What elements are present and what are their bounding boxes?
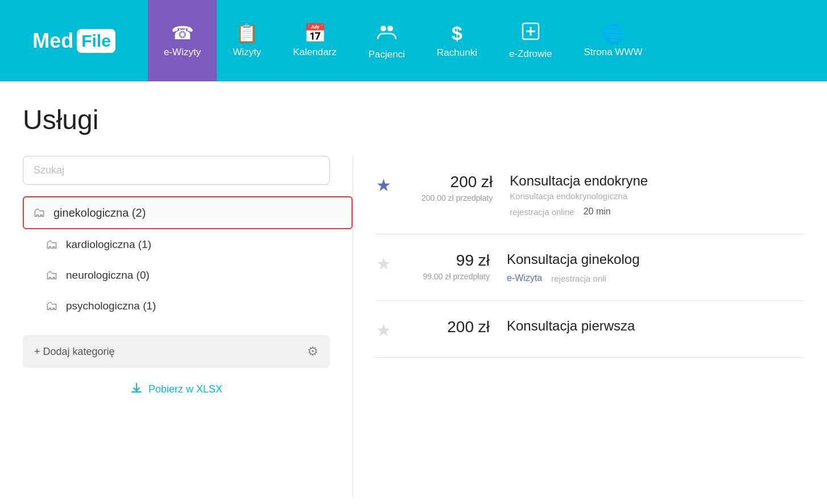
folder-icon: 🗂: [46, 268, 58, 283]
category-label-ginekologiczna: ginekologiczna (2): [53, 206, 146, 220]
nav-item-pacjenci[interactable]: Pacjenci: [353, 0, 421, 81]
category-item-kardiologiczna[interactable]: 🗂 kardiologiczna (1): [23, 229, 353, 260]
service-desc-1: Konsultacja endokrynologiczna: [510, 191, 804, 201]
nav-item-rachunki[interactable]: $ Rachunki: [421, 0, 493, 81]
price-main-1: 200 zł: [421, 173, 493, 191]
category-list: 🗂 ginekologiczna (2) 🗂 kardiologiczna (1…: [23, 196, 353, 321]
price-col-3: 200 zł: [421, 318, 490, 336]
nav-item-e-zdrowie[interactable]: e-Zdrowie: [493, 0, 568, 81]
service-card-3: ★ 200 zł Konsultacja pierwsza: [376, 301, 804, 358]
nav-label-pacjenci: Pacjenci: [369, 49, 405, 60]
star-icon-1[interactable]: ★: [376, 175, 391, 195]
service-tags-1: rejestracja online 20 min: [510, 206, 804, 217]
people-icon: [377, 21, 397, 44]
service-info-2: Konsultacja ginekolog e-Wizyta rejestrac…: [507, 251, 804, 283]
add-category-button[interactable]: + Dodaj kategorię: [34, 346, 115, 358]
price-sub-1: 200.00 zł przedpłaty: [421, 193, 493, 203]
search-wrap: [23, 156, 353, 185]
nav-label-rachunki: Rachunki: [437, 47, 477, 59]
download-label: Pobierz w XLSX: [148, 383, 222, 395]
right-panel: ★ 200 zł 200.00 zł przedpłaty Konsultacj…: [353, 156, 804, 497]
category-item-neurologiczna[interactable]: 🗂 neurologiczna (0): [23, 260, 353, 291]
service-card-1: ★ 200 zł 200.00 zł przedpłaty Konsultacj…: [376, 156, 804, 234]
price-sub-2: 99.00 zł przedpłaty: [421, 272, 490, 281]
tag-time-1: 20 min: [584, 206, 611, 217]
star-col-2: ★: [376, 251, 404, 274]
nav-label-wizyty: Wizyty: [233, 47, 261, 58]
calendar-icon: 📅: [304, 24, 326, 42]
category-label-kardiologiczna: kardiologiczna (1): [66, 238, 151, 251]
folder-icon: 🗂: [46, 299, 58, 313]
star-col-3: ★: [376, 318, 404, 340]
star-col-1: ★: [376, 173, 404, 195]
tag-ewizyta-2: e-Wizyta: [507, 273, 542, 283]
header: Med File ☎ e-Wizyty 📋 Wizyty 📅 Kalendarz: [0, 0, 827, 81]
service-name-2: Konsultacja ginekolog: [507, 251, 804, 267]
tag-reg-1: rejestracja online: [510, 207, 574, 217]
service-card-2: ★ 99 zł 99.00 zł przedpłaty Konsultacja …: [376, 234, 804, 301]
category-label-neurologiczna: neurologiczna (0): [66, 269, 150, 282]
price-main-3: 200 zł: [421, 318, 490, 336]
service-name-1: Konsultacja endokryne: [510, 173, 804, 189]
logo-box: File: [77, 29, 115, 53]
nav-item-e-wizyty[interactable]: ☎ e-Wizyty: [148, 0, 217, 81]
price-col-1: 200 zł 200.00 zł przedpłaty: [421, 173, 493, 203]
main-content: Usługi 🗂 ginekologiczna (2) 🗂 kardiologi…: [0, 81, 827, 504]
clipboard-icon: 📋: [235, 24, 258, 42]
logo-med: Med: [32, 29, 73, 53]
svg-point-0: [381, 26, 386, 31]
logo-area: Med File: [0, 0, 148, 81]
phone-icon: ☎: [171, 24, 194, 42]
gear-icon[interactable]: ⚙: [307, 344, 319, 359]
logo-file: File: [81, 31, 111, 51]
download-xlsx-link[interactable]: Pobierz w XLSX: [23, 382, 330, 397]
star-icon-2[interactable]: ★: [376, 254, 391, 274]
price-main-2: 99 zł: [421, 251, 490, 270]
category-item-psychologiczna[interactable]: 🗂 psychologiczna (1): [23, 291, 353, 321]
content-layout: 🗂 ginekologiczna (2) 🗂 kardiologiczna (1…: [23, 156, 804, 497]
service-name-3: Konsultacja pierwsza: [507, 318, 804, 334]
add-category-bar: + Dodaj kategorię ⚙: [23, 335, 330, 368]
app-logo: Med File: [32, 29, 115, 53]
category-item-ginekologiczna[interactable]: 🗂 ginekologiczna (2): [23, 196, 353, 229]
main-nav: ☎ e-Wizyty 📋 Wizyty 📅 Kalendarz Pacjenci…: [148, 0, 827, 81]
nav-label-kalendarz: Kalendarz: [293, 47, 337, 58]
category-label-psychologiczna: psychologiczna (1): [66, 300, 156, 312]
download-icon: [130, 382, 143, 397]
nav-item-kalendarz[interactable]: 📅 Kalendarz: [277, 0, 353, 81]
nav-item-strona-www[interactable]: 🌐 Strona WWW: [568, 0, 659, 81]
nav-label-e-wizyty: e-Wizyty: [164, 47, 201, 58]
service-info-3: Konsultacja pierwsza: [507, 318, 804, 334]
service-info-1: Konsultacja endokryne Konsultacja endokr…: [510, 173, 804, 217]
globe-icon: 🌐: [602, 24, 625, 42]
star-icon-3[interactable]: ★: [376, 320, 391, 340]
nav-label-e-zdrowie: e-Zdrowie: [509, 48, 552, 60]
sidebar: 🗂 ginekologiczna (2) 🗂 kardiologiczna (1…: [23, 156, 353, 397]
nav-item-wizyty[interactable]: 📋 Wizyty: [217, 0, 277, 81]
folder-icon: 🗂: [33, 205, 46, 220]
dollar-icon: $: [452, 23, 462, 43]
tag-reg-2: rejestracja onli: [551, 274, 606, 283]
nav-label-strona-www: Strona WWW: [584, 47, 643, 58]
health-icon: [521, 22, 540, 44]
svg-point-1: [387, 26, 393, 31]
page-title: Usługi: [23, 104, 804, 135]
folder-icon: 🗂: [46, 237, 58, 252]
price-col-2: 99 zł 99.00 zł przedpłaty: [421, 251, 490, 281]
service-tags-2: e-Wizyta rejestracja onli: [507, 273, 804, 283]
search-input[interactable]: [23, 156, 330, 185]
